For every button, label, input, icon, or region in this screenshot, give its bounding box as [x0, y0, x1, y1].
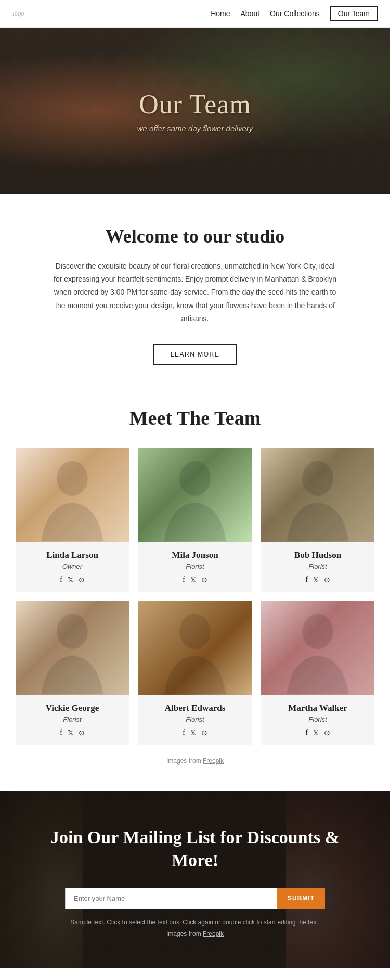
team-card-img-bob [261, 448, 374, 542]
facebook-icon[interactable]: f [183, 729, 185, 737]
instagram-icon[interactable]: ⊙ [324, 729, 330, 737]
welcome-body: Discover the exquisite beauty of our flo… [52, 260, 338, 325]
submit-button[interactable]: SUBMIT [277, 888, 325, 909]
instagram-icon[interactable]: ⊙ [79, 576, 85, 584]
facebook-icon[interactable]: f [305, 576, 308, 584]
twitter-icon[interactable]: 𝕏 [190, 576, 196, 584]
team-card-info-bob: Bob Hudson Florist f 𝕏 ⊙ [261, 542, 374, 592]
facebook-icon[interactable]: f [60, 729, 62, 737]
team-card-img-vickie [16, 601, 129, 695]
team-card-socials: f 𝕏 ⊙ [21, 576, 124, 584]
team-member-role: Florist [21, 716, 124, 723]
mailing-section: Join Our Mailing List for Discounts & Mo… [0, 791, 390, 968]
team-images-credit: Images from Freepik [16, 757, 374, 765]
svg-point-11 [302, 614, 333, 649]
facebook-icon[interactable]: f [183, 576, 185, 584]
team-card-martha: Martha Walker Florist f 𝕏 ⊙ [261, 601, 374, 745]
team-member-role: Florist [266, 563, 369, 570]
team-card-bob: Bob Hudson Florist f 𝕏 ⊙ [261, 448, 374, 592]
welcome-title: Welcome to our studio [52, 225, 338, 247]
mailing-sample-text: Sample text. Click to select the text bo… [42, 919, 348, 926]
instagram-icon[interactable]: ⊙ [201, 576, 207, 584]
team-member-role: Florist [266, 716, 369, 723]
mailing-images-credit: Images from Freepik [42, 930, 348, 937]
team-member-name: Martha Walker [266, 703, 369, 714]
mailing-form: SUBMIT [65, 888, 325, 909]
team-member-role: Florist [144, 716, 246, 723]
team-card-info-martha: Martha Walker Florist f 𝕏 ⊙ [261, 695, 374, 745]
facebook-icon[interactable]: f [60, 576, 62, 584]
svg-point-1 [57, 461, 87, 496]
svg-point-9 [179, 614, 210, 649]
twitter-icon[interactable]: 𝕏 [190, 729, 196, 737]
instagram-icon[interactable]: ⊙ [201, 729, 207, 737]
team-member-name: Albert Edwards [144, 703, 246, 714]
team-member-name: Bob Hudson [266, 550, 369, 561]
team-card-mila: Mila Jonson Florist f 𝕏 ⊙ [138, 448, 252, 592]
hero-section: Our Team we offer same day flower delive… [0, 28, 390, 194]
team-card-socials: f 𝕏 ⊙ [144, 729, 246, 737]
team-member-role: Owner [21, 563, 124, 570]
welcome-section: Welcome to our studio Discover the exqui… [0, 194, 390, 391]
team-card-info-albert: Albert Edwards Florist f 𝕏 ⊙ [138, 695, 252, 745]
nav-links: Home About Our Collections Our Team [211, 6, 378, 21]
team-card-img-mila [138, 448, 252, 542]
nav-collections[interactable]: Our Collections [270, 9, 320, 18]
team-card-vickie: Vickie George Florist f 𝕏 ⊙ [16, 601, 129, 745]
team-card-info-mila: Mila Jonson Florist f 𝕏 ⊙ [138, 542, 252, 592]
hero-title: Our Team [137, 89, 253, 120]
team-card-socials: f 𝕏 ⊙ [21, 729, 124, 737]
team-card-albert: Albert Edwards Florist f 𝕏 ⊙ [138, 601, 252, 745]
twitter-icon[interactable]: 𝕏 [313, 576, 319, 584]
team-card-socials: f 𝕏 ⊙ [266, 576, 369, 584]
learn-more-button[interactable]: LEARN MORE [153, 344, 237, 365]
twitter-icon[interactable]: 𝕏 [68, 576, 73, 584]
freepik-link[interactable]: Freepik [203, 757, 224, 765]
team-card-info-vickie: Vickie George Florist f 𝕏 ⊙ [16, 695, 129, 745]
svg-point-5 [302, 461, 333, 496]
team-member-name: Mila Jonson [144, 550, 246, 561]
twitter-icon[interactable]: 𝕏 [68, 729, 73, 737]
hero-subtitle: we offer same day flower delivery [137, 124, 253, 133]
team-card-linda: Linda Larson Owner f 𝕏 ⊙ [16, 448, 129, 592]
instagram-icon[interactable]: ⊙ [324, 576, 330, 584]
team-grid: Linda Larson Owner f 𝕏 ⊙ Mila Jonson Flo… [16, 448, 374, 745]
team-card-socials: f 𝕏 ⊙ [144, 576, 246, 584]
footer: Sample text. Click to select the Text El… [0, 968, 390, 980]
mailing-content: Join Our Mailing List for Discounts & Mo… [42, 826, 348, 937]
instagram-icon[interactable]: ⊙ [79, 729, 85, 737]
hero-content: Our Team we offer same day flower delive… [137, 89, 253, 133]
team-card-socials: f 𝕏 ⊙ [266, 729, 369, 737]
team-section: Meet The Team Linda Larson Owner f 𝕏 ⊙ M… [0, 391, 390, 775]
mailing-title: Join Our Mailing List for Discounts & Mo… [42, 826, 348, 872]
team-member-role: Florist [144, 563, 246, 570]
team-card-info-linda: Linda Larson Owner f 𝕏 ⊙ [16, 542, 129, 592]
team-member-name: Linda Larson [21, 550, 124, 561]
navbar: logo Home About Our Collections Our Team [0, 0, 390, 28]
team-card-img-martha [261, 601, 374, 695]
logo: logo [12, 9, 24, 18]
nav-home[interactable]: Home [211, 9, 230, 18]
team-title: Meet The Team [16, 406, 374, 429]
twitter-icon[interactable]: 𝕏 [313, 729, 319, 737]
nav-team[interactable]: Our Team [330, 6, 378, 21]
team-card-img-linda [16, 448, 129, 542]
svg-point-7 [57, 614, 87, 649]
name-input[interactable] [65, 888, 277, 909]
svg-point-3 [179, 461, 210, 496]
team-member-name: Vickie George [21, 703, 124, 714]
team-card-img-albert [138, 601, 252, 695]
facebook-icon[interactable]: f [305, 729, 308, 737]
nav-about[interactable]: About [240, 9, 259, 18]
mailing-freepik-link[interactable]: Freepik [203, 930, 224, 937]
